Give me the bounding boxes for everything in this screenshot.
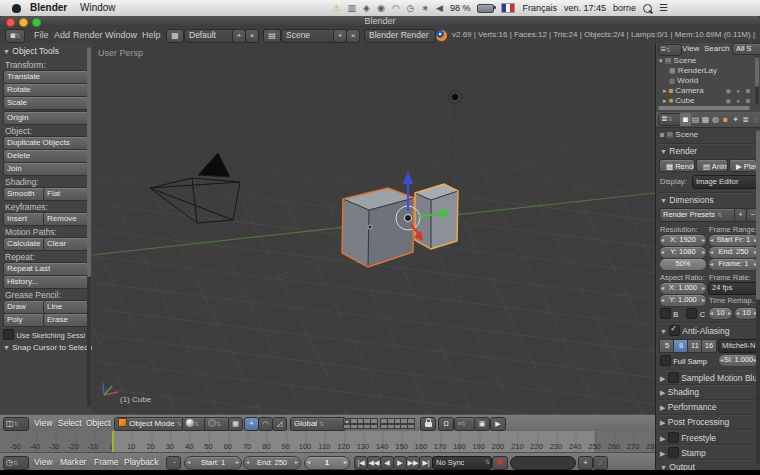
snap-magnet-button[interactable]: Ω — [438, 417, 454, 431]
object-tools-panel-header[interactable]: ▼ Object Tools — [3, 46, 59, 56]
viewport-3d[interactable]: User Persp (1) Cube — [92, 43, 655, 414]
frame-end-field[interactable]: ◂End: 250▸ — [243, 456, 301, 470]
outliner-hscrollbar[interactable] — [658, 106, 750, 110]
mode-selector[interactable]: Object Mode ⇅ — [114, 417, 184, 431]
screen-layout-selector[interactable]: Default — [184, 29, 238, 43]
gp-erase-button[interactable]: Erase — [43, 313, 89, 327]
render-opengl-anim-button[interactable]: ▶ — [490, 417, 506, 431]
user-name[interactable]: borne — [613, 0, 636, 16]
outliner-row-renderlayers[interactable]: ▦ RenderLay — [656, 66, 754, 76]
add-scene-button[interactable]: + — [333, 29, 347, 43]
crop-checkbox[interactable] — [686, 308, 697, 319]
properties-editor-type-button[interactable]: ≣⇅ — [658, 113, 682, 126]
flat-button[interactable]: Flat — [43, 187, 89, 201]
origin-button[interactable]: Origin — [3, 111, 89, 125]
duplicate-objects-button[interactable]: Duplicate Objects — [3, 136, 89, 150]
preview-range-button[interactable]: ◔ — [166, 456, 181, 470]
fps-selector[interactable]: 24 fps⇅ — [708, 282, 760, 295]
aspect-y-field[interactable]: ◂Y: 1.000▸ — [659, 294, 707, 307]
scene-selector[interactable]: Scene — [281, 29, 339, 43]
properties-scrollbar[interactable] — [756, 130, 760, 465]
resolution-percentage-field[interactable]: 50% — [659, 258, 707, 271]
prev-keyframe-button[interactable]: ◀◀ — [367, 456, 381, 470]
tool-shelf-scrollbar[interactable] — [87, 47, 91, 407]
view3d-object-menu[interactable]: Object — [86, 415, 111, 432]
menu-bar-clock[interactable]: ven. 17:45 — [564, 0, 606, 16]
display-status-icon[interactable]: ▥ — [347, 0, 356, 16]
preferences-status-icon[interactable]: ◈ — [363, 0, 370, 16]
next-keyframe-button[interactable]: ▶▶ — [406, 456, 420, 470]
manipulator-toggle-button[interactable]: ▦ — [228, 417, 243, 431]
delete-button[interactable]: Delete — [3, 149, 89, 163]
window-menu[interactable]: Window — [80, 0, 116, 16]
sync-mode-selector[interactable]: No Sync⇅ — [432, 456, 492, 470]
outliner-row-camera[interactable]: ▸ ◙ Camera ◉ ▸ ◙ — [656, 86, 754, 96]
manipulator-scale-button[interactable]: ◿ — [272, 417, 287, 431]
timeline-marker-menu[interactable]: Marker — [60, 453, 86, 471]
delete-layout-button[interactable]: × — [245, 29, 259, 43]
antialiasing-panel-header[interactable]: ▼ Anti-Aliasing — [660, 325, 729, 336]
aa-size-field[interactable]: ◂Si: 1.000▸ — [718, 354, 759, 367]
window-menu-blender[interactable]: Window — [105, 27, 137, 43]
sampled-motion-blur-panel-header[interactable]: ▶ Sampled Motion Blur — [660, 372, 760, 383]
help-menu[interactable]: Help — [142, 27, 161, 43]
render-menu[interactable]: Render — [73, 27, 103, 43]
input-language[interactable]: Français — [522, 0, 557, 16]
remap-old-field[interactable]: ◂10▸ — [708, 307, 733, 320]
editor-type-button[interactable]: ◙⇅ — [5, 29, 25, 43]
outliner-view-menu[interactable]: View — [682, 44, 699, 53]
delete-scene-button[interactable]: × — [346, 29, 360, 43]
dimensions-panel-header[interactable]: ▼ Dimensions — [660, 195, 714, 205]
apple-menu-icon[interactable] — [12, 4, 21, 13]
outliner-search-menu[interactable]: Search — [704, 44, 729, 53]
layers-group-2[interactable] — [381, 418, 415, 429]
render-presets-selector[interactable]: Render Presets ⇅ — [659, 208, 737, 222]
file-menu[interactable]: File — [34, 27, 49, 43]
clear-paths-button[interactable]: Clear — [43, 237, 89, 251]
timeline-ruler[interactable]: -50-40-30-20-100102030405060708090100110… — [0, 431, 655, 453]
delete-keyframe-icon-button[interactable]: ∕ — [593, 456, 608, 470]
jump-to-end-button[interactable]: ▶| — [419, 456, 433, 470]
cube-row-restrict-icons[interactable]: ◉ ▸ ◙ — [726, 96, 752, 106]
outliner-editor-type-button[interactable]: ≡⇅ — [658, 44, 682, 56]
warning-status-icon[interactable]: ⚠ — [332, 0, 340, 16]
full-sample-checkbox[interactable] — [660, 355, 671, 366]
current-frame-field[interactable]: ◂1▸ — [304, 456, 350, 470]
display-selector[interactable]: Image Editor⇅ — [692, 175, 760, 189]
outliner-vscrollbar[interactable] — [755, 55, 759, 105]
volume-status-icon[interactable]: ◀ — [436, 0, 443, 16]
insert-keyframe-icon-button[interactable]: + — [578, 456, 593, 470]
screen-layout-icon[interactable]: ▦ — [166, 29, 184, 43]
transform-orientation-selector[interactable]: Global ⇅ — [290, 417, 346, 431]
play-reverse-button[interactable]: ◀ — [380, 456, 394, 470]
stamp-panel-header[interactable]: ▶ Stamp — [660, 447, 706, 458]
manipulator-translate-button[interactable]: + — [244, 417, 259, 431]
freestyle-panel-header[interactable]: ▶ Freestyle — [660, 432, 716, 443]
view3d-view-menu[interactable]: View — [34, 415, 52, 432]
jump-to-start-button[interactable]: |◀ — [354, 456, 368, 470]
antialiasing-checkbox[interactable] — [669, 325, 680, 336]
battery-icon[interactable] — [477, 4, 494, 13]
manipulator-rotate-button[interactable]: ◠ — [258, 417, 273, 431]
post-processing-panel-header[interactable]: ▶ Post Processing — [660, 417, 729, 427]
freestyle-checkbox[interactable] — [668, 432, 679, 443]
render-opengl-button[interactable]: ▣ — [474, 417, 490, 431]
current-frame-indicator[interactable] — [112, 431, 114, 452]
camera-row-restrict-icons[interactable]: ◉ ▸ ◙ — [726, 86, 752, 96]
layer-cell[interactable] — [370, 424, 378, 430]
keying-set-field[interactable] — [510, 456, 576, 470]
aa-samples-16-button[interactable]: 16 — [701, 339, 717, 353]
wifi-status-icon[interactable]: ◠ — [392, 0, 400, 16]
tab-physics[interactable]: ◌ — [750, 113, 760, 126]
layer-cell[interactable] — [343, 418, 351, 424]
notification-center-icon[interactable]: ☰ — [659, 0, 668, 16]
output-panel-header[interactable]: ▼ Output — [660, 462, 695, 470]
add-menu[interactable]: Add — [54, 27, 70, 43]
app-menu[interactable]: Blender — [30, 0, 67, 16]
rotate-button[interactable]: Rotate — [3, 83, 89, 97]
time-machine-status-icon[interactable]: ◷ — [407, 0, 415, 16]
translate-button[interactable]: Translate — [3, 70, 89, 84]
animation-button[interactable]: ▤ Anima — [696, 159, 728, 172]
snap-element-selector[interactable]: ▫⇅ — [454, 417, 476, 431]
use-sketching-checkbox[interactable] — [3, 329, 14, 340]
